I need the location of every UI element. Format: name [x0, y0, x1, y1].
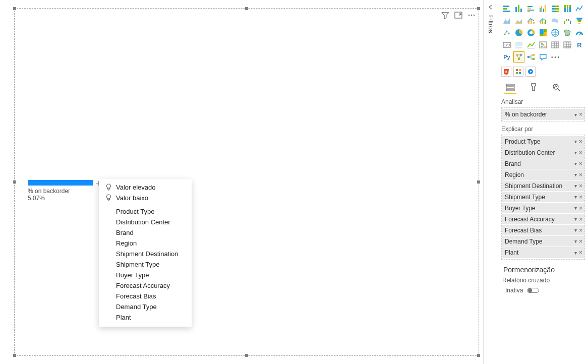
field-pill[interactable]: Plant▾× [502, 247, 584, 258]
tab-analytics[interactable] [551, 83, 563, 94]
menu-category-item[interactable]: Distribution Center [99, 217, 192, 227]
resize-handle-w[interactable] [13, 180, 16, 184]
filter-icon[interactable] [441, 12, 449, 19]
viz-stacked-column-icon[interactable] [513, 3, 524, 14]
cross-report-toggle[interactable] [527, 288, 539, 293]
chevron-down-icon[interactable]: ▾ [574, 238, 577, 244]
report-canvas[interactable]: % on backorder 5.07% Valor elevado Valor… [0, 0, 483, 364]
menu-category-item[interactable]: Forecast Accuracy [99, 280, 192, 291]
field-pill[interactable]: Brand▾× [502, 158, 584, 169]
resize-handle-n[interactable] [245, 7, 248, 10]
field-pill[interactable]: Forecast Bias▾× [502, 225, 584, 236]
viz-funnel-icon[interactable] [574, 15, 585, 26]
visual-container[interactable]: % on backorder 5.07% [14, 8, 479, 356]
remove-field-icon[interactable]: × [579, 238, 582, 245]
viz-stacked-bar-icon[interactable] [501, 3, 512, 14]
remove-field-icon[interactable]: × [579, 183, 582, 190]
viz-key-influencers-icon[interactable] [513, 51, 524, 63]
viz-treemap-icon[interactable] [538, 27, 549, 38]
viz-table-icon[interactable] [550, 39, 561, 50]
viz-r-script-icon[interactable]: R [574, 39, 585, 50]
more-options-icon[interactable] [467, 12, 476, 19]
menu-category-item[interactable]: Shipment Type [99, 259, 192, 270]
viz-100-stacked-bar-icon[interactable] [550, 3, 561, 14]
viz-multirow-card-icon[interactable] [513, 39, 524, 50]
viz-clustered-column-icon[interactable] [538, 3, 549, 14]
remove-field-icon[interactable]: × [579, 111, 582, 118]
field-pill[interactable]: Region▾× [502, 169, 584, 180]
viz-line-stacked-icon[interactable] [525, 15, 537, 26]
remove-field-icon[interactable]: × [579, 205, 582, 212]
viz-qna-icon[interactable] [538, 51, 549, 63]
viz-area-chart-icon[interactable] [501, 15, 512, 26]
viz-filled-map-icon[interactable] [562, 27, 573, 38]
resize-handle-nw[interactable] [13, 7, 16, 10]
menu-category-item[interactable]: Plant [99, 312, 192, 323]
remove-field-icon[interactable]: × [579, 160, 582, 167]
viz-100-stacked-column-icon[interactable] [562, 3, 573, 14]
filters-rail[interactable]: Filtros [483, 0, 498, 364]
viz-decomposition-icon[interactable] [525, 51, 537, 63]
menu-item-valor-baixo[interactable]: Valor baixo [99, 193, 192, 203]
focus-mode-icon[interactable] [454, 12, 462, 19]
chevron-down-icon[interactable]: ▾ [574, 250, 577, 256]
menu-item-valor-elevado[interactable]: Valor elevado [99, 182, 192, 193]
viz-ribbon-icon[interactable] [550, 15, 561, 26]
field-pill-analisar[interactable]: % on backorder ▾× [502, 109, 584, 120]
chevron-down-icon[interactable]: ▾ [574, 205, 577, 211]
resize-handle-ne[interactable] [477, 7, 480, 10]
resize-handle-s[interactable] [245, 354, 248, 357]
custom-visual-play-icon[interactable] [525, 67, 536, 77]
custom-visual-grid-icon[interactable] [513, 67, 523, 77]
viz-waterfall-icon[interactable] [562, 15, 573, 26]
chevron-down-icon[interactable]: ▾ [574, 183, 577, 189]
explicar-well[interactable]: Product Type▾×Distribution Center▾×Brand… [501, 135, 585, 260]
tab-fields[interactable] [504, 83, 516, 94]
viz-gauge-icon[interactable] [574, 27, 585, 38]
remove-field-icon[interactable]: × [579, 227, 582, 234]
viz-clustered-bar-icon[interactable] [525, 3, 537, 14]
menu-category-item[interactable]: Region [99, 238, 192, 249]
menu-category-item[interactable]: Shipment Destination [99, 249, 192, 259]
chevron-down-icon[interactable]: ▾ [574, 150, 577, 155]
chevron-down-icon[interactable]: ▾ [574, 139, 577, 144]
remove-field-icon[interactable]: × [579, 138, 582, 145]
menu-category-item[interactable]: Demand Type [99, 301, 192, 312]
analisar-well[interactable]: % on backorder ▾× [501, 107, 585, 122]
menu-category-item[interactable]: Product Type [99, 206, 192, 217]
custom-visual-html-icon[interactable]: 5 [501, 67, 511, 77]
viz-more-icon[interactable]: • • • [550, 51, 561, 63]
remove-field-icon[interactable]: × [579, 171, 582, 178]
viz-slicer-icon[interactable] [538, 39, 549, 50]
field-pill[interactable]: Shipment Destination▾× [502, 180, 584, 192]
field-pill[interactable]: Forecast Accuracy▾× [502, 214, 584, 225]
resize-handle-sw[interactable] [13, 354, 16, 357]
field-pill[interactable]: Distribution Center▾× [502, 147, 584, 158]
chevron-down-icon[interactable]: ▾ [574, 216, 577, 222]
field-pill[interactable]: Product Type▾× [502, 136, 584, 147]
field-pill[interactable]: Shipment Type▾× [502, 192, 584, 203]
viz-kpi-icon[interactable] [525, 39, 537, 50]
collapse-icon[interactable] [488, 4, 494, 10]
chevron-down-icon[interactable]: ▾ [574, 227, 577, 233]
viz-matrix-icon[interactable] [562, 39, 573, 50]
viz-scatter-icon[interactable] [501, 27, 512, 38]
chevron-down-icon[interactable]: ▾ [574, 194, 577, 200]
field-pill[interactable]: Buyer Type▾× [502, 203, 584, 214]
tab-format[interactable] [527, 83, 540, 94]
field-pill[interactable]: Demand Type▾× [502, 236, 584, 247]
menu-category-item[interactable]: Buyer Type [99, 270, 192, 280]
viz-donut-icon[interactable] [525, 27, 537, 38]
chevron-down-icon[interactable]: ▾ [574, 172, 577, 177]
viz-stacked-area-icon[interactable] [513, 15, 524, 26]
chevron-down-icon[interactable]: ▾ [574, 112, 577, 117]
menu-category-item[interactable]: Brand [99, 227, 192, 238]
viz-pie-icon[interactable] [513, 27, 524, 38]
menu-category-item[interactable]: Forecast Bias [99, 291, 192, 301]
remove-field-icon[interactable]: × [579, 194, 582, 201]
viz-python-icon[interactable]: Py [501, 51, 512, 63]
viz-line-clustered-icon[interactable] [538, 15, 549, 26]
resize-handle-se[interactable] [477, 354, 480, 357]
viz-line-chart-icon[interactable] [574, 3, 585, 14]
remove-field-icon[interactable]: × [579, 249, 582, 256]
